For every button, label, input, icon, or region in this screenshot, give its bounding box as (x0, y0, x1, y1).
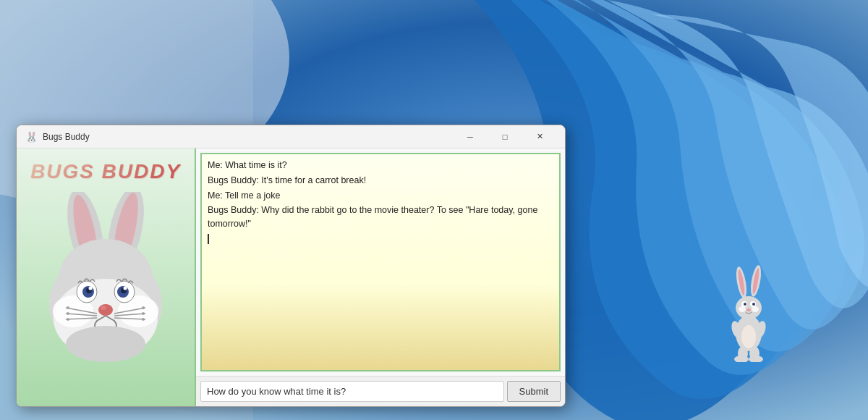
svg-point-15 (739, 306, 746, 312)
right-panel: Me: What time is it? Bugs Buddy: It's ti… (196, 148, 565, 406)
svg-point-4 (741, 325, 756, 348)
window-title: Bugs Buddy (43, 132, 454, 142)
window-content: BUGS BUDDY (17, 148, 565, 406)
chat-message: Bugs Buddy: It's time for a carrot break… (208, 174, 553, 188)
window-controls: ─ □ ✕ (454, 125, 556, 148)
close-button[interactable]: ✕ (523, 125, 556, 148)
chat-display-area[interactable]: Me: What time is it? Bugs Buddy: It's ti… (200, 153, 561, 371)
text-cursor (208, 234, 209, 244)
chat-input[interactable] (200, 381, 504, 402)
minimize-button[interactable]: ─ (454, 125, 487, 148)
titlebar: 🐰 Bugs Buddy ─ □ ✕ (17, 125, 565, 148)
chat-message: Bugs Buddy: Why did the rabbit go to the… (208, 203, 553, 231)
svg-point-55 (101, 306, 106, 310)
svg-point-59 (66, 326, 145, 362)
svg-point-52 (89, 287, 93, 290)
app-window: 🐰 Bugs Buddy ─ □ ✕ BUGS BUDDY (16, 125, 566, 407)
input-area: Submit (196, 376, 565, 406)
left-panel: BUGS BUDDY (17, 148, 196, 406)
submit-button[interactable]: Submit (507, 381, 561, 402)
cursor-line (208, 234, 553, 244)
svg-point-53 (124, 287, 127, 290)
svg-point-13 (752, 303, 755, 306)
chat-message: Me: Tell me a joke (208, 189, 553, 203)
bugs-face-illustration (33, 192, 178, 366)
app-icon: 🐰 (25, 131, 37, 143)
svg-point-14 (746, 308, 751, 311)
svg-point-12 (744, 303, 746, 306)
app-title-text: BUGS BUDDY (30, 160, 181, 183)
maximize-button[interactable]: □ (488, 125, 522, 148)
svg-point-54 (98, 304, 113, 316)
chat-message: Me: What time is it? (208, 159, 553, 172)
bugs-character-decoration (723, 261, 774, 362)
svg-point-16 (752, 306, 759, 312)
